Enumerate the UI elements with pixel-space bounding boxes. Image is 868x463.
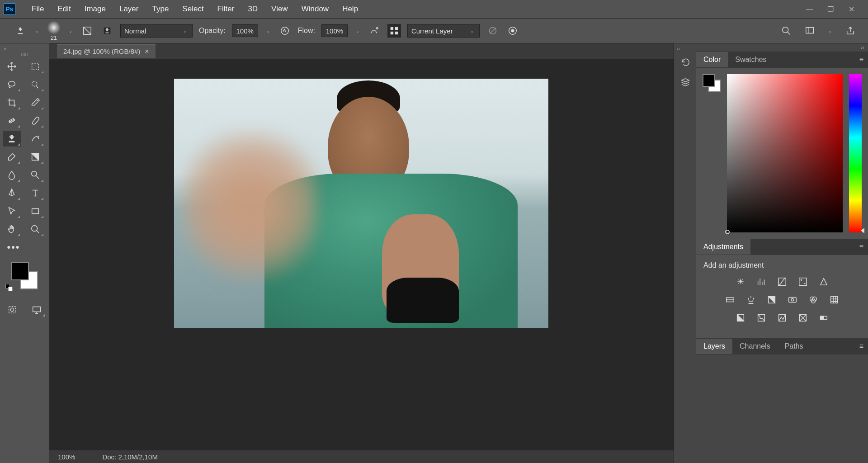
zoom-tool[interactable]	[26, 222, 44, 237]
clone-source-panel-icon[interactable]	[100, 24, 114, 38]
clone-stamp-tool[interactable]	[3, 131, 21, 146]
dock-collapse-icon[interactable]: ‹‹	[674, 46, 680, 52]
panel-menu-icon[interactable]: ≡	[855, 243, 868, 251]
vibrance-icon[interactable]	[818, 276, 830, 288]
panel-menu-icon[interactable]: ≡	[855, 56, 868, 64]
menu-file[interactable]: File	[25, 2, 50, 16]
gradient-map-icon[interactable]	[818, 312, 830, 324]
lasso-tool[interactable]	[3, 77, 21, 92]
menu-layer[interactable]: Layer	[113, 2, 145, 16]
ignore-adjustment-icon[interactable]	[486, 24, 500, 38]
screen-mode-icon[interactable]	[28, 302, 46, 317]
layers-tab[interactable]: Layers	[696, 339, 732, 354]
quick-mask-icon[interactable]	[3, 302, 21, 317]
menu-help[interactable]: Help	[336, 2, 364, 16]
quick-select-tool[interactable]	[26, 77, 44, 92]
hue-saturation-icon[interactable]	[724, 294, 736, 306]
pressure-opacity-icon[interactable]	[278, 24, 292, 38]
menu-type[interactable]: Type	[146, 2, 175, 16]
hue-handle[interactable]	[861, 228, 864, 233]
maximize-button[interactable]: ❐	[826, 5, 835, 13]
threshold-icon[interactable]	[776, 312, 788, 324]
brush-preview[interactable]: 21	[47, 21, 61, 41]
channel-mixer-icon[interactable]	[807, 294, 819, 306]
eyedropper-tool[interactable]	[26, 95, 44, 110]
swatches-tab[interactable]: Swatches	[728, 52, 774, 67]
move-tool[interactable]	[3, 59, 21, 74]
sample-select[interactable]: Current Layer⌄	[407, 24, 480, 38]
panel-color-swatches[interactable]	[703, 74, 721, 92]
opacity-dropdown[interactable]: ⌄	[264, 28, 272, 33]
toolbar-collapse-icon[interactable]: ‹‹	[0, 46, 7, 53]
flow-dropdown[interactable]: ⌄	[354, 28, 361, 33]
color-balance-icon[interactable]	[745, 294, 757, 306]
eraser-tool[interactable]	[3, 149, 21, 165]
panel-collapse-icon[interactable]: ››	[861, 44, 864, 51]
doc-info[interactable]: Doc: 2,10M/2,10M	[102, 453, 158, 461]
close-button[interactable]: ✕	[847, 5, 855, 13]
color-swatches[interactable]	[11, 262, 38, 289]
selective-color-icon[interactable]	[797, 312, 809, 324]
flow-input[interactable]	[321, 24, 348, 37]
panel-menu-icon[interactable]: ≡	[855, 342, 868, 350]
foreground-swatch[interactable]	[11, 262, 29, 280]
menu-edit[interactable]: Edit	[51, 2, 77, 16]
aligned-toggle-icon[interactable]	[387, 24, 401, 38]
hand-tool[interactable]	[3, 222, 21, 237]
menu-view[interactable]: View	[265, 2, 294, 16]
minimize-button[interactable]: —	[806, 5, 814, 13]
opacity-input[interactable]	[232, 24, 258, 37]
brush-tool[interactable]	[26, 113, 44, 128]
curves-icon[interactable]	[776, 276, 788, 288]
history-brush-tool[interactable]	[26, 131, 44, 146]
zoom-level[interactable]: 100%	[58, 453, 75, 461]
search-icon[interactable]	[779, 24, 793, 38]
black-white-icon[interactable]	[766, 294, 778, 306]
blend-mode-select[interactable]: Normal⌄	[120, 24, 193, 38]
history-panel-icon[interactable]	[676, 53, 694, 71]
canvas-viewport[interactable]	[49, 59, 674, 450]
brush-panel-toggle-icon[interactable]	[80, 24, 94, 38]
edit-toolbar-button[interactable]: •••	[5, 240, 23, 255]
exposure-icon[interactable]	[797, 276, 809, 288]
gradient-tool[interactable]	[26, 149, 44, 165]
menu-window[interactable]: Window	[295, 2, 335, 16]
posterize-icon[interactable]	[755, 312, 767, 324]
healing-brush-tool[interactable]	[3, 113, 21, 128]
invert-icon[interactable]	[735, 312, 746, 324]
brightness-contrast-icon[interactable]: ☀	[735, 276, 746, 288]
toolbar-grip[interactable]	[15, 53, 33, 56]
default-colors-icon[interactable]	[5, 284, 13, 291]
marquee-tool[interactable]	[26, 59, 44, 74]
document-tab[interactable]: 24.jpg @ 100% (RGB/8#) ×	[57, 44, 156, 58]
airbrush-icon[interactable]	[368, 24, 381, 38]
menu-3d[interactable]: 3D	[241, 2, 264, 16]
dodge-tool[interactable]	[26, 167, 44, 183]
rectangle-tool[interactable]	[26, 203, 44, 219]
color-lookup-icon[interactable]	[828, 294, 840, 306]
menu-select[interactable]: Select	[176, 2, 210, 16]
pressure-size-icon[interactable]	[506, 24, 519, 38]
path-select-tool[interactable]	[3, 203, 21, 219]
color-field-handle[interactable]	[725, 230, 730, 234]
levels-icon[interactable]	[755, 276, 767, 288]
tool-preset-dropdown[interactable]: ⌄	[33, 28, 41, 33]
workspace-dropdown[interactable]: ⌄	[826, 28, 834, 33]
paths-tab[interactable]: Paths	[778, 339, 811, 354]
libraries-panel-icon[interactable]	[676, 73, 694, 91]
crop-tool[interactable]	[3, 95, 21, 110]
pen-tool[interactable]	[3, 185, 21, 201]
photo-filter-icon[interactable]	[787, 294, 798, 306]
hue-slider[interactable]	[849, 74, 862, 232]
menu-image[interactable]: Image	[78, 2, 112, 16]
color-field[interactable]	[727, 74, 843, 232]
color-tab[interactable]: Color	[696, 52, 728, 67]
share-icon[interactable]	[844, 24, 857, 38]
channels-tab[interactable]: Channels	[732, 339, 778, 354]
clone-stamp-tool-icon[interactable]	[14, 24, 27, 38]
close-icon[interactable]: ×	[145, 47, 149, 56]
workspace-switcher-icon[interactable]	[803, 24, 816, 38]
blur-tool[interactable]	[3, 167, 21, 183]
adjustments-tab[interactable]: Adjustments	[696, 239, 750, 255]
type-tool[interactable]	[26, 185, 44, 201]
